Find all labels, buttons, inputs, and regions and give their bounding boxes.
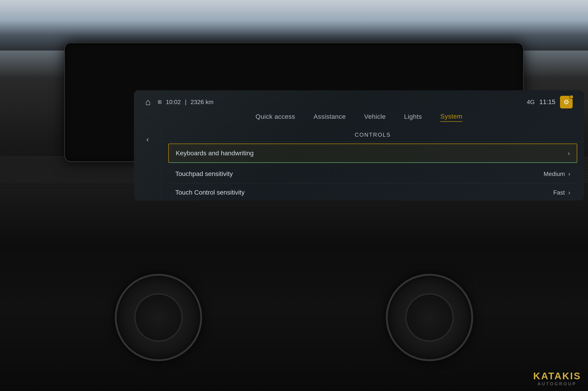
chevron-right-touchpad-icon: › (568, 171, 570, 178)
chevron-right-icon: › (568, 150, 570, 157)
vent-left (115, 274, 202, 361)
keyboards-label: Keyboards and handwriting (176, 150, 253, 157)
menu-item-touchpad[interactable]: Touchpad sensitivity Medium › (168, 165, 577, 183)
right-time: 11:15 (539, 98, 555, 106)
tab-assistance[interactable]: Assistance (314, 112, 346, 121)
top-bar-left: ⌂ ⊞ 10:02 | 2326 km (145, 97, 214, 107)
menu-item-right-touch-control: Fast › (553, 189, 570, 196)
content-area: CONTROLS Keyboards and handwriting › (162, 127, 584, 200)
nav-tabs: Quick access Assistance Vehicle Lights S… (134, 110, 584, 124)
tab-quick-access[interactable]: Quick access (256, 112, 295, 121)
screen-bezel: ⌂ ⊞ 10:02 | 2326 km 4G 11:15 ⚙ (64, 42, 524, 162)
touchpad-label: Touchpad sensitivity (175, 170, 233, 178)
status-info: ⊞ 10:02 | 2326 km (158, 98, 214, 106)
touch-control-value: Fast (553, 189, 565, 196)
katakis-logo: KATAKIS AUTOGROUP (533, 371, 581, 387)
mileage: 2326 km (191, 98, 214, 106)
menu-item-keyboards[interactable]: Keyboards and handwriting › (168, 144, 577, 163)
settings-badge (569, 95, 574, 99)
menu-item-left-keyboards: Keyboards and handwriting (176, 150, 253, 157)
left-time: 10:02 (166, 98, 181, 106)
separator: | (185, 98, 186, 106)
tab-system[interactable]: System (440, 112, 462, 122)
tab-vehicle[interactable]: Vehicle (364, 112, 386, 121)
screen-content: ⌂ ⊞ 10:02 | 2326 km 4G 11:15 ⚙ (134, 90, 584, 200)
sidebar-left: ‹ (134, 127, 162, 200)
infotainment-screen: ⌂ ⊞ 10:02 | 2326 km 4G 11:15 ⚙ (134, 90, 584, 200)
menu-item-right-keyboards: › (568, 150, 570, 157)
signal-icon: ⊞ (158, 99, 162, 105)
menu-list: Keyboards and handwriting › Touchpad sen… (162, 142, 584, 200)
back-button[interactable]: ‹ (144, 133, 151, 146)
menu-item-left-touchpad: Touchpad sensitivity (175, 170, 233, 178)
settings-button[interactable]: ⚙ (560, 96, 573, 108)
top-bar: ⌂ ⊞ 10:02 | 2326 km 4G 11:15 ⚙ (134, 90, 584, 109)
katakis-brand-sub: AUTOGROUP (533, 382, 581, 387)
katakis-brand-name: KATAKIS (533, 371, 581, 382)
menu-item-right-touchpad: Medium › (544, 171, 570, 178)
menu-item-left-touch-control: Touch Control sensitivity (175, 189, 245, 196)
vent-right (386, 274, 473, 361)
main-content: ‹ CONTROLS Keyboards and handwriting › (134, 127, 584, 200)
settings-icon: ⚙ (563, 98, 569, 106)
tab-lights[interactable]: Lights (404, 112, 422, 121)
home-button[interactable]: ⌂ (145, 97, 151, 107)
chevron-right-touch-control-icon: › (568, 189, 570, 196)
controls-header: CONTROLS (162, 127, 584, 142)
top-bar-right: 4G 11:15 ⚙ (527, 96, 573, 108)
touchpad-value: Medium (544, 171, 565, 178)
vents-area (0, 246, 588, 380)
menu-item-touch-control[interactable]: Touch Control sensitivity Fast › (168, 183, 577, 200)
touch-control-label: Touch Control sensitivity (175, 189, 245, 196)
network-indicator: 4G (527, 98, 535, 106)
